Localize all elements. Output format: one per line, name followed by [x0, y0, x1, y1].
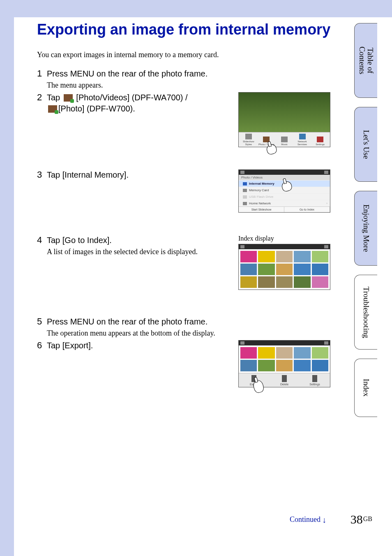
step-2-row: 2 Tap [Photo/Videos] (DPF-WA700) / [Phot… — [37, 92, 333, 147]
tab-table-of-contents[interactable]: Table of Contents — [354, 23, 377, 98]
screenshot-source-list: Photo / Videos Internal Memory Memory Ca… — [238, 169, 330, 213]
step-4: 4 Tap [Go to Index]. A list of images in… — [37, 235, 230, 256]
step-1: 1 Press MENU on the rear of the photo fr… — [37, 68, 333, 90]
step-number: 4 — [37, 235, 47, 246]
screenshot-caption: Index display — [238, 235, 333, 242]
step-instruction: Tap [Photo/Videos] (DPF-WA700) / [Photo]… — [47, 92, 230, 114]
side-tabs: Table of Contents Let's Use Enjoying Mor… — [354, 23, 377, 426]
step-subtext: The menu appears. — [47, 81, 333, 90]
step-instruction: Press MENU on the rear of the photo fram… — [47, 316, 333, 327]
step-number: 2 — [37, 92, 47, 103]
slideshow-icon — [245, 134, 252, 139]
left-accent-strip — [0, 0, 14, 556]
step-subtext: The operation menu appears at the bottom… — [47, 329, 333, 338]
menu-item-music: Music — [275, 137, 293, 146]
page-title: Exporting an image from internal memory — [37, 21, 333, 38]
tab-index[interactable]: Index — [354, 359, 377, 417]
continued-link[interactable]: Continued↓ — [290, 514, 326, 524]
menu-item-network: Network Services — [293, 134, 311, 146]
screenshot-main-menu: Slideshow Styles Photo / Videos Music Ne… — [238, 92, 330, 147]
step-number: 6 — [37, 340, 47, 351]
tab-lets-use[interactable]: Let's Use — [354, 107, 377, 182]
trash-icon — [282, 375, 287, 382]
top-accent-strip — [0, 0, 392, 17]
step-4-row: 4 Tap [Go to Index]. A list of images in… — [37, 235, 333, 290]
step-3: 3 Tap [Internal Memory]. — [37, 169, 230, 181]
step-number: 5 — [37, 316, 47, 327]
step-5: 5 Press MENU on the rear of the photo fr… — [37, 316, 333, 338]
step-2: 2 Tap [Photo/Videos] (DPF-WA700) / [Phot… — [37, 92, 230, 114]
menu-settings: Settings — [300, 373, 330, 387]
music-icon — [281, 137, 288, 142]
down-arrow-icon: ↓ — [322, 515, 326, 525]
network-icon — [299, 134, 306, 139]
step-3-row: 3 Tap [Internal Memory]. Photo / Videos … — [37, 169, 333, 213]
page-number: 38GB — [350, 512, 372, 526]
step-instruction: Tap [Export]. — [47, 340, 230, 351]
list-item-usb: USB Flash Drive — [239, 193, 330, 200]
page-content: Exporting an image from internal memory … — [37, 21, 333, 397]
step-6-row: 6 Tap [Export]. Export Delete Settings — [37, 340, 333, 387]
step-instruction: Tap [Go to Index]. — [47, 235, 230, 246]
toolbox-icon — [312, 375, 317, 382]
button-start-slideshow: Start Slideshow — [239, 207, 284, 212]
photo-videos-icon — [64, 94, 73, 102]
button-go-to-index: Go to Index — [284, 207, 330, 212]
step-number: 3 — [37, 169, 47, 180]
photo-icon — [48, 105, 57, 113]
menu-item-slideshow: Slideshow Styles — [240, 134, 258, 146]
step-6: 6 Tap [Export]. — [37, 340, 230, 351]
step-instruction: Tap [Internal Memory]. — [47, 169, 230, 181]
screenshot-export-menu: Export Delete Settings — [238, 340, 330, 387]
menu-item-settings: Settings — [311, 137, 329, 146]
step-instruction: Press MENU on the rear of the photo fram… — [47, 68, 333, 79]
menu-delete: Delete — [269, 373, 300, 387]
screenshot-index-display — [238, 244, 330, 290]
settings-icon — [317, 137, 323, 142]
tab-enjoying-more[interactable]: Enjoying More — [354, 191, 377, 266]
step-subtext: A list of images in the selected device … — [47, 248, 230, 256]
tab-troubleshooting[interactable]: Troubleshooting — [354, 275, 377, 350]
step-number: 1 — [37, 68, 47, 79]
intro-text: You can export images in internal memory… — [37, 51, 333, 59]
list-item-home-network: Home Network› — [239, 200, 330, 206]
